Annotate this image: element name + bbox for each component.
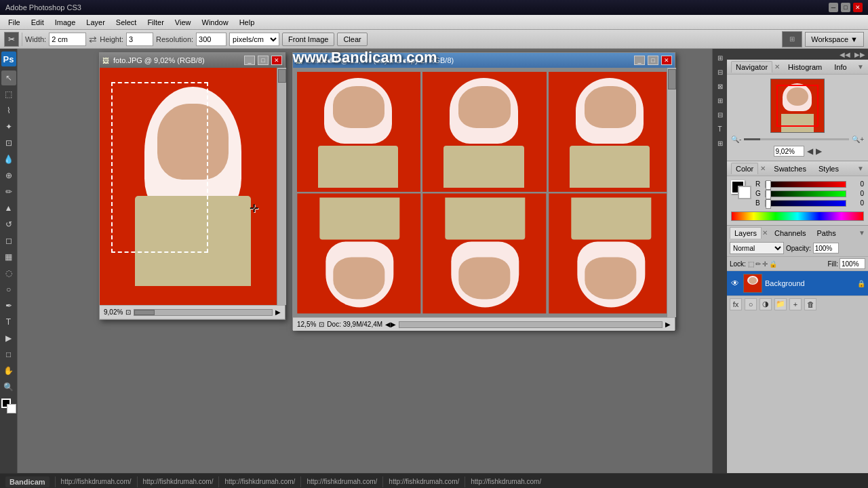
doc1-titlebar[interactable]: 🖼 foto.JPG @ 9,02% (RGB/8) _ □ ✕ — [100, 53, 285, 68]
doc1-vscroll-thumb[interactable] — [278, 69, 286, 83]
menu-image[interactable]: Image — [50, 17, 81, 28]
info-tab[interactable]: Info — [830, 62, 850, 73]
adjustment-layer-btn[interactable]: ◑ — [760, 298, 772, 310]
styles-tab[interactable]: Styles — [814, 163, 843, 174]
doc2-vscrollbar[interactable] — [667, 68, 676, 317]
menu-layer[interactable]: Layer — [81, 17, 111, 28]
front-image-button[interactable]: Front Image — [282, 33, 334, 46]
new-layer-btn[interactable]: + — [789, 298, 802, 310]
doc1-hscroll-thumb[interactable] — [134, 310, 155, 315]
doc1-close-btn[interactable]: ✕ — [271, 56, 282, 65]
minimize-btn[interactable]: ─ — [829, 3, 838, 12]
fill-input[interactable] — [840, 258, 865, 269]
background-color-swatch[interactable] — [738, 186, 751, 199]
menu-help[interactable]: Help — [234, 17, 260, 28]
menu-view[interactable]: View — [170, 17, 197, 28]
workspace-icon[interactable]: ⊞ — [782, 31, 802, 47]
healing-brush-tool[interactable]: ⊕ — [1, 168, 16, 183]
menu-select[interactable]: Select — [111, 17, 142, 28]
shape-tool[interactable]: □ — [1, 347, 16, 362]
lock-all-btn[interactable]: 🔒 — [769, 260, 777, 268]
navigator-zoom-input[interactable] — [774, 146, 804, 157]
hand-tool[interactable]: ✋ — [1, 363, 16, 378]
channels-tab[interactable]: Channels — [770, 228, 810, 239]
lock-transparent-pixels-btn[interactable]: ⬚ — [748, 260, 754, 268]
panel-icon-1[interactable]: ⊞ — [714, 52, 726, 64]
magic-wand-tool[interactable]: ✦ — [1, 119, 16, 134]
zoom-slider-track[interactable] — [744, 138, 849, 140]
blend-mode-select[interactable]: Normal Multiply Screen — [730, 242, 784, 254]
blue-slider-thumb[interactable] — [766, 199, 771, 209]
clone-stamp-tool[interactable]: ▲ — [1, 201, 16, 216]
doc2-close-btn[interactable]: ✕ — [661, 56, 672, 65]
histogram-tab[interactable]: Histogram — [784, 62, 826, 73]
zoom-in-icon[interactable]: 🔍+ — [852, 136, 864, 143]
fg-bg-color-picker[interactable] — [731, 180, 751, 199]
color-tab[interactable]: Color — [731, 163, 758, 174]
blue-slider[interactable] — [765, 200, 846, 207]
delete-layer-btn[interactable]: 🗑 — [804, 298, 816, 310]
zoom-tool[interactable]: 🔍 — [1, 380, 16, 394]
swap-icon[interactable]: ⇄ — [89, 34, 97, 45]
height-input[interactable] — [126, 33, 153, 46]
doc2-restore-btn[interactable]: □ — [648, 56, 658, 65]
resolution-input[interactable] — [196, 33, 226, 46]
navigator-zoom-decrease[interactable]: ◀ — [807, 146, 813, 156]
color-spectrum-bar[interactable] — [731, 211, 864, 221]
panel-expand-right-btn[interactable]: ▶▶ — [854, 51, 865, 58]
group-layers-btn[interactable]: 📁 — [774, 298, 787, 310]
lock-position-btn[interactable]: ✛ — [762, 260, 768, 268]
red-slider-thumb[interactable] — [766, 180, 771, 190]
fg-bg-color-swatch[interactable] — [1, 399, 16, 413]
blur-tool[interactable]: ◌ — [1, 266, 16, 281]
paths-tab[interactable]: Paths — [813, 228, 840, 239]
brush-tool[interactable]: ✏ — [1, 184, 16, 199]
panel-icon-3[interactable]: ⊠ — [714, 80, 726, 92]
doc1-scroll-right[interactable]: ▶ — [275, 308, 281, 316]
layer-mask-btn[interactable]: ○ — [745, 298, 757, 310]
eraser-tool[interactable]: ◻ — [1, 233, 16, 248]
panel-icon-5[interactable]: ⊟ — [714, 108, 726, 121]
dodge-tool[interactable]: ○ — [1, 282, 16, 297]
panel-icon-2[interactable]: ⊟ — [714, 66, 726, 78]
gradient-tool[interactable]: ▦ — [1, 249, 16, 264]
doc2-scroll-right[interactable]: ▶ — [665, 321, 671, 328]
swatches-tab[interactable]: Swatches — [770, 163, 810, 174]
navigator-close-btn[interactable]: ✕ — [774, 63, 780, 70]
navigator-zoom-increase[interactable]: ▶ — [816, 146, 822, 156]
marquee-tool[interactable]: ⬚ — [1, 87, 16, 102]
lasso-tool[interactable]: ⌇ — [1, 103, 16, 118]
move-tool[interactable]: ↖ — [1, 70, 16, 85]
zoom-out-icon[interactable]: 🔍- — [731, 136, 741, 143]
eyedropper-tool[interactable]: 💧 — [1, 152, 16, 167]
pen-tool[interactable]: ✒ — [1, 298, 16, 313]
menu-filter[interactable]: Filter — [142, 17, 169, 28]
doc2-hscrollbar[interactable] — [399, 321, 663, 328]
green-slider-thumb[interactable] — [766, 190, 771, 199]
red-slider[interactable] — [765, 181, 846, 188]
panel-collapse-left-btn[interactable]: ◀◀ — [840, 51, 850, 58]
clear-button[interactable]: Clear — [337, 33, 367, 46]
menu-window[interactable]: Window — [197, 17, 234, 28]
history-brush-tool[interactable]: ↺ — [1, 217, 16, 232]
layer-style-btn[interactable]: fx — [730, 298, 742, 310]
crop-tool[interactable]: ⊡ — [1, 136, 16, 150]
color-close-btn[interactable]: ✕ — [760, 165, 766, 172]
green-slider[interactable] — [765, 190, 846, 197]
doc1-view-icon[interactable]: ⊡ — [125, 308, 131, 316]
doc2-minimize-btn[interactable]: _ — [634, 56, 645, 65]
layers-tab[interactable]: Layers — [730, 227, 762, 239]
color-options-btn[interactable]: ▼ — [857, 165, 864, 172]
doc1-minimize-btn[interactable]: _ — [244, 56, 255, 65]
maximize-btn[interactable]: □ — [841, 3, 850, 12]
background-layer-item[interactable]: 👁 Background 🔒 — [727, 271, 868, 296]
layer-visibility-icon[interactable]: 👁 — [730, 278, 741, 289]
width-input[interactable] — [49, 33, 86, 46]
panel-icon-4[interactable]: ⊞ — [714, 94, 726, 106]
doc2-vscroll-thumb[interactable] — [668, 69, 676, 89]
doc2-view-icon[interactable]: ⊡ — [319, 321, 324, 328]
close-btn[interactable]: ✕ — [853, 3, 863, 12]
workspace-button[interactable]: Workspace ▼ — [805, 32, 864, 47]
doc1-vscrollbar[interactable] — [277, 68, 286, 305]
layers-close-btn[interactable]: ✕ — [762, 229, 768, 237]
